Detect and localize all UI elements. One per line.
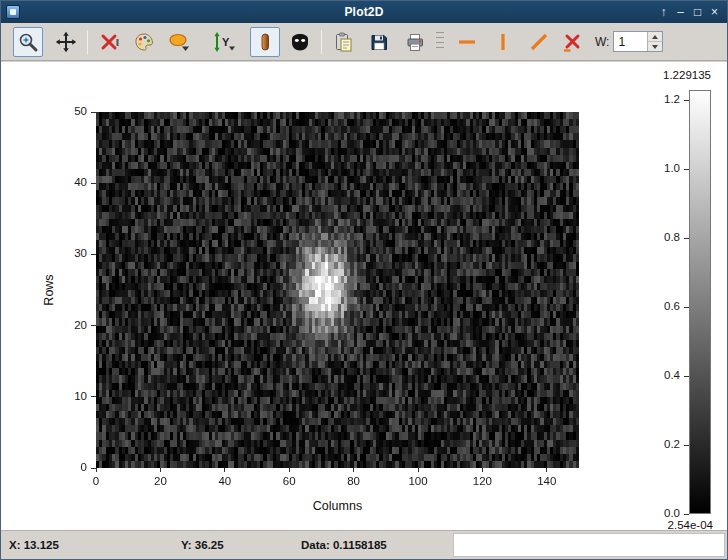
minimize-button[interactable]: – — [672, 1, 689, 23]
y-tick-label: 20 — [51, 319, 87, 331]
y-tick-label: 50 — [51, 105, 87, 117]
x-tick-label: 0 — [80, 475, 112, 487]
plot-area: Rows Columns 1.229135 2.54e-04 020406080… — [1, 62, 727, 532]
x-tick-mark — [546, 468, 547, 472]
red-cross-icon — [98, 31, 120, 53]
horizontal-profile-button[interactable] — [452, 27, 482, 57]
window-controls: ↑ – □ × — [655, 1, 723, 23]
x-tick-label: 80 — [338, 475, 370, 487]
colorbar-tick-label: 0.4 — [642, 369, 680, 381]
window-title: Plot2D — [1, 5, 727, 19]
histogram-bar-icon — [254, 31, 276, 53]
colorbar-tick-mark — [684, 238, 689, 239]
orange-ellipse-icon — [168, 31, 190, 53]
vertical-profile-button[interactable] — [488, 27, 518, 57]
colormap-button[interactable] — [129, 27, 159, 57]
colorbar-tick-mark — [684, 100, 689, 101]
colorbar-tick-mark — [684, 514, 689, 515]
y-axis-flip-icon: Y — [211, 31, 237, 53]
toolbar-separator — [87, 30, 88, 54]
clear-profile-button[interactable] — [557, 27, 587, 57]
y-axis-label: Rows — [42, 274, 56, 305]
plot2d-window: Plot2D ↑ – □ × — [0, 0, 728, 560]
y-tick-label: 10 — [51, 390, 87, 402]
profile-width-input[interactable] — [614, 32, 647, 51]
x-tick-label: 140 — [531, 475, 563, 487]
y-tick-label: 0 — [51, 461, 87, 473]
close-button[interactable]: × — [706, 1, 723, 23]
colorbar-tick-label: 0.2 — [642, 438, 680, 450]
floppy-disk-icon — [368, 31, 390, 53]
y-tick-label: 30 — [51, 247, 87, 259]
colorbar-tick-mark — [684, 445, 689, 446]
colorbar-tick-label: 0.8 — [642, 231, 680, 243]
magnifier-icon — [17, 31, 39, 53]
printer-icon — [404, 31, 426, 53]
cursor-y-readout: Y: 36.25 — [181, 531, 224, 559]
palette-icon — [133, 31, 155, 53]
y-axis-orientation-button[interactable]: Y — [206, 27, 242, 57]
spin-up-button[interactable] — [648, 32, 662, 41]
reset-zoom-button[interactable] — [94, 27, 124, 57]
colorbar-tick-mark — [684, 307, 689, 308]
x-tick-label: 60 — [273, 475, 305, 487]
mask-tool-button[interactable] — [285, 27, 315, 57]
x-tick-mark — [96, 468, 97, 472]
y-tick-mark — [91, 183, 96, 184]
save-button[interactable] — [364, 27, 394, 57]
titlebar[interactable]: Plot2D ↑ – □ × — [1, 1, 727, 23]
toolbar-grip — [436, 32, 444, 52]
svg-text:Y: Y — [222, 36, 230, 48]
pan-arrows-icon — [55, 31, 77, 53]
toolbar-separator — [321, 30, 322, 54]
maximize-button[interactable]: □ — [689, 1, 706, 23]
colorbar-tick-label: 1.0 — [642, 162, 680, 174]
colorbar-tick-label: 0.6 — [642, 300, 680, 312]
x-tick-mark — [160, 468, 161, 472]
colorbar-tick-label: 0.0 — [642, 507, 680, 519]
toolbar: Y — [1, 23, 727, 61]
y-tick-mark — [91, 112, 96, 113]
x-tick-label: 40 — [209, 475, 241, 487]
colorbar-tick-mark — [684, 376, 689, 377]
y-tick-mark — [91, 396, 96, 397]
histogram-sidebar-button[interactable] — [250, 27, 280, 57]
colorbar-tick-label: 1.2 — [642, 93, 680, 105]
x-tick-mark — [418, 468, 419, 472]
diagonal-line-icon — [528, 31, 550, 53]
profile-width-label: W: — [595, 35, 609, 49]
heatmap-image[interactable] — [96, 112, 579, 468]
print-button[interactable] — [400, 27, 430, 57]
clear-profile-icon — [561, 31, 583, 53]
cursor-data-readout: Data: 0.1158185 — [301, 531, 387, 559]
x-tick-mark — [353, 468, 354, 472]
x-axis-label: Columns — [96, 499, 579, 513]
y-tick-label: 40 — [51, 176, 87, 188]
dropdown-arrow-icon — [229, 46, 235, 50]
spin-down-button[interactable] — [648, 41, 662, 51]
vertical-line-icon — [492, 31, 514, 53]
copy-button[interactable] — [328, 27, 358, 57]
x-tick-label: 120 — [466, 475, 498, 487]
y-tick-mark — [91, 468, 96, 469]
profile-width-spinbox[interactable] — [613, 31, 663, 52]
x-tick-mark — [289, 468, 290, 472]
zoom-mode-button[interactable] — [13, 27, 43, 57]
statusbar: X: 13.125 Y: 36.25 Data: 0.1158185 — [1, 530, 727, 559]
shade-button[interactable]: ↑ — [655, 1, 672, 23]
spin-buttons — [647, 32, 662, 51]
y-tick-mark — [91, 254, 96, 255]
colorbar[interactable] — [689, 90, 711, 514]
colorbar-max-label: 1.229135 — [663, 69, 711, 81]
x-tick-label: 100 — [402, 475, 434, 487]
diagonal-profile-button[interactable] — [524, 27, 554, 57]
pan-mode-button[interactable] — [51, 27, 81, 57]
shape-tool-button[interactable] — [164, 27, 194, 57]
y-tick-mark — [91, 325, 96, 326]
colorbar-tick-mark — [684, 169, 689, 170]
clipboard-icon — [332, 31, 354, 53]
x-tick-label: 20 — [144, 475, 176, 487]
horizontal-line-icon — [456, 31, 478, 53]
x-tick-mark — [482, 468, 483, 472]
cursor-x-readout: X: 13.125 — [9, 531, 59, 559]
